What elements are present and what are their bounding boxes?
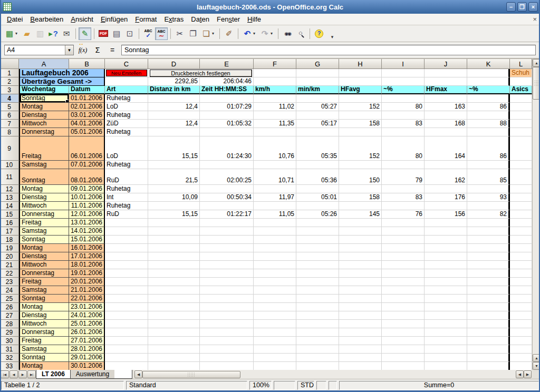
- cell-B30[interactable]: 27.01.2006: [69, 337, 105, 345]
- cell-D1-E1[interactable]: Druckbereich festlegen: [148, 69, 254, 77]
- cell-F9[interactable]: 10,76: [254, 136, 296, 161]
- scroll-right-icon[interactable]: ▶: [524, 370, 532, 378]
- cell-B12[interactable]: 09.01.2006: [69, 185, 105, 193]
- cell-G31[interactable]: [296, 345, 339, 354]
- cell-J3-header[interactable]: HFmax: [425, 86, 467, 94]
- cell-I9[interactable]: 80: [382, 136, 425, 161]
- cell-F8[interactable]: [254, 128, 296, 136]
- cell-C32[interactable]: [105, 354, 148, 362]
- cell-I18[interactable]: [382, 236, 425, 244]
- neu-erstellen-button[interactable]: Neu Erstellen: [106, 70, 147, 76]
- cell-A6[interactable]: Dienstag: [19, 111, 69, 120]
- cell-B25[interactable]: 22.01.2006: [69, 295, 105, 303]
- cell-I13[interactable]: 83: [382, 193, 425, 202]
- row-header-13[interactable]: 13: [0, 193, 19, 202]
- row-header-12[interactable]: 12: [0, 185, 19, 193]
- cell-L31[interactable]: [510, 345, 532, 354]
- cell-B26[interactable]: 23.01.2006: [69, 303, 105, 311]
- cell-A23[interactable]: Freitag: [19, 278, 69, 286]
- cell-K25[interactable]: [467, 295, 510, 303]
- cell-C30[interactable]: [105, 337, 148, 345]
- cell-I8[interactable]: [382, 128, 425, 136]
- cell-E22[interactable]: [200, 269, 254, 278]
- cell-H19[interactable]: [339, 244, 382, 252]
- cell-L17[interactable]: [510, 227, 532, 236]
- cell-I5[interactable]: 80: [382, 103, 425, 111]
- cell-A12[interactable]: Montag: [19, 185, 69, 193]
- cell-D24[interactable]: [148, 286, 200, 295]
- row-header-14[interactable]: 14: [0, 202, 19, 210]
- cell-J22[interactable]: [425, 269, 467, 278]
- cell-B21[interactable]: 18.01.2006: [69, 261, 105, 269]
- cell-H33[interactable]: [339, 362, 382, 370]
- cell-H3-header[interactable]: HFavg: [339, 86, 382, 94]
- cell-H8[interactable]: [339, 128, 382, 136]
- cell-A2-carry[interactable]: Überträge Gesamt ->: [19, 77, 105, 86]
- column-header-C[interactable]: C: [105, 59, 148, 69]
- cell-K12[interactable]: [467, 185, 510, 193]
- row-header-32[interactable]: 32: [0, 354, 19, 362]
- cell-G33[interactable]: [296, 362, 339, 370]
- cell-J6[interactable]: [425, 111, 467, 120]
- cell-K22[interactable]: [467, 269, 510, 278]
- cell-A29[interactable]: Donnerstag: [19, 328, 69, 337]
- cell-A18[interactable]: Sonntag: [19, 236, 69, 244]
- cell-G21[interactable]: [296, 261, 339, 269]
- row-header-11[interactable]: 11: [0, 169, 19, 185]
- cell-L25[interactable]: [510, 295, 532, 303]
- column-header-E[interactable]: E: [200, 59, 254, 69]
- cell-B7[interactable]: 04.01.2006: [69, 120, 105, 128]
- cell-E31[interactable]: [200, 345, 254, 354]
- cell-L9[interactable]: [510, 136, 532, 161]
- cell-I3-header[interactable]: ~%: [382, 86, 425, 94]
- cell-A33[interactable]: Montag: [19, 362, 69, 370]
- cell-F20[interactable]: [254, 252, 296, 261]
- cell-J10[interactable]: [425, 161, 467, 169]
- cell-H15[interactable]: 145: [339, 210, 382, 219]
- formula-input[interactable]: Sonntag: [121, 45, 536, 55]
- cell-G29[interactable]: [296, 328, 339, 337]
- row-header-3[interactable]: 3: [0, 86, 19, 94]
- cell-K3-header[interactable]: ~%: [467, 86, 510, 94]
- row-header-24[interactable]: 24: [0, 286, 19, 295]
- cell-C25[interactable]: [105, 295, 148, 303]
- cell-I33[interactable]: [382, 362, 425, 370]
- auto-spellcheck-icon[interactable]: [155, 27, 168, 40]
- cell-L4[interactable]: [510, 94, 532, 103]
- row-header-28[interactable]: 28: [0, 320, 19, 328]
- menu-item-extras[interactable]: Extras: [160, 14, 187, 24]
- cell-D28[interactable]: [148, 320, 200, 328]
- last-sheet-icon[interactable]: ▶|: [27, 370, 36, 378]
- column-header-A[interactable]: A: [19, 59, 69, 69]
- row-header-20[interactable]: 20: [0, 252, 19, 261]
- row-header-17[interactable]: 17: [0, 227, 19, 236]
- cell-J11[interactable]: 162: [425, 169, 467, 185]
- name-box[interactable]: A4 ▼: [4, 45, 74, 55]
- cell-A15[interactable]: Donnerstag: [19, 210, 69, 219]
- cell-K23[interactable]: [467, 278, 510, 286]
- cell-C17[interactable]: [105, 227, 148, 236]
- cell-D30[interactable]: [148, 337, 200, 345]
- spellcheck-icon[interactable]: [142, 27, 155, 40]
- cell-F26[interactable]: [254, 303, 296, 311]
- toolbar-overflow-icon[interactable]: [326, 27, 339, 40]
- cell-L27[interactable]: [510, 311, 532, 320]
- cell-J14[interactable]: [425, 202, 467, 210]
- undo-icon[interactable]: [241, 27, 254, 40]
- status-insert-mode[interactable]: [274, 381, 295, 390]
- edit-file-icon[interactable]: [79, 27, 91, 40]
- cell-A7[interactable]: Mittwoch: [19, 120, 69, 128]
- cell-L6[interactable]: [510, 111, 532, 120]
- cell-I7[interactable]: 83: [382, 120, 425, 128]
- cell-D23[interactable]: [148, 278, 200, 286]
- cell-D8[interactable]: [148, 128, 200, 136]
- cell-I24[interactable]: [382, 286, 425, 295]
- cell-F29[interactable]: [254, 328, 296, 337]
- row-header-7[interactable]: 7: [0, 120, 19, 128]
- cell-J9[interactable]: 164: [425, 136, 467, 161]
- cell-B24[interactable]: 21.01.2006: [69, 286, 105, 295]
- close-document-icon[interactable]: ×: [533, 15, 537, 23]
- column-header-H[interactable]: H: [339, 59, 382, 69]
- cell-K24[interactable]: [467, 286, 510, 295]
- cell-B31[interactable]: 28.01.2006: [69, 345, 105, 354]
